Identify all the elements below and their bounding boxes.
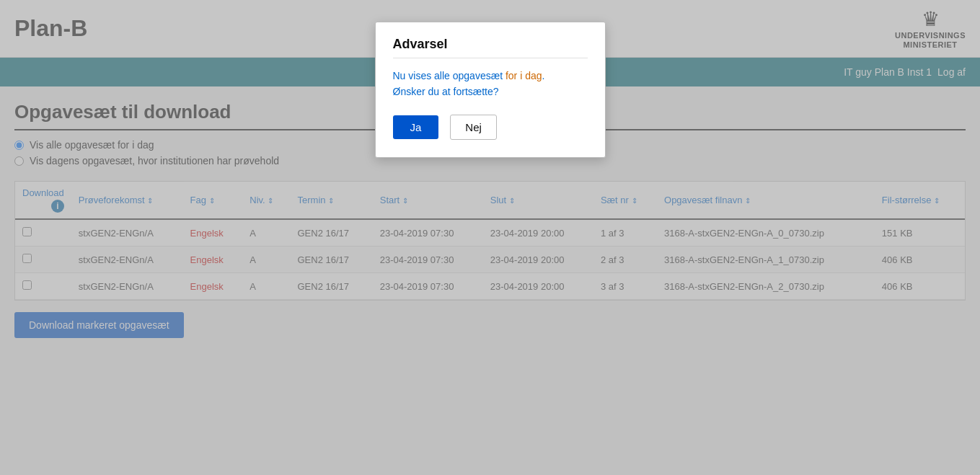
- modal-overlay: Advarsel Nu vises alle opgavesæt for i d…: [0, 0, 980, 475]
- modal-line1-prefix: Nu vises alle opgavesæt: [393, 70, 506, 81]
- modal-line1-highlight: for i dag: [506, 70, 542, 81]
- modal-body: Nu vises alle opgavesæt for i dag. Ønske…: [393, 70, 588, 97]
- modal-buttons: Ja Nej: [393, 115, 588, 140]
- modal-line1-suffix: .: [542, 70, 545, 81]
- modal-line2: Ønsker du at fortsætte?: [393, 86, 588, 97]
- modal-line1: Nu vises alle opgavesæt for i dag.: [393, 70, 588, 81]
- modal-ja-button[interactable]: Ja: [393, 115, 439, 139]
- modal-title: Advarsel: [393, 37, 588, 58]
- advarsel-modal: Advarsel Nu vises alle opgavesæt for i d…: [375, 22, 606, 158]
- modal-nej-button[interactable]: Nej: [450, 115, 497, 140]
